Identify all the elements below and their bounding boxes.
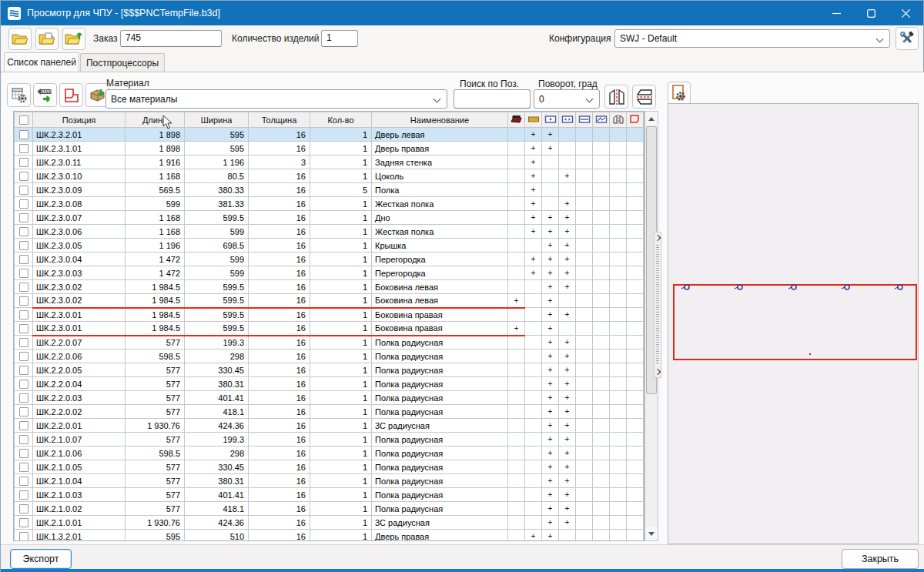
row-checkbox[interactable] [19,213,28,222]
table-row[interactable]: ШК.1.3.2.01595510161Дверь правая++ [15,530,644,542]
table-row[interactable]: ШК.2.3.0.051 196698.5161Крышка++ [15,239,644,253]
flip-horizontal-button[interactable] [604,85,628,109]
tab-panel-list[interactable]: Список панелей [4,52,79,72]
table-row[interactable]: ШК.2.3.0.021 984.5599.5161Боковина левая… [15,280,644,294]
column-header-position[interactable]: Позиция [33,112,126,128]
table-row[interactable]: ШК.2.1.0.05577330.45161Полка радиусная++ [15,460,644,474]
table-row[interactable]: ШК.2.3.0.061 168599161Жесткая полка+++ [15,225,644,239]
row-checkbox[interactable] [19,463,28,472]
row-checkbox[interactable] [19,421,28,430]
rotation-select[interactable]: 0 [534,89,600,109]
column-header-drill[interactable] [542,112,559,128]
column-header-lines[interactable] [576,112,593,128]
table-row[interactable]: ШК.2.2.0.02577418.1161Полка радиусная++ [15,405,644,419]
table-row[interactable]: ШК.2.1.0.04577380.31161Полка радиусная++ [15,474,644,488]
open-file-button[interactable] [8,28,32,50]
row-checkbox[interactable] [19,352,28,361]
table-row[interactable]: ШК.2.2.0.06598.5298161Полка радиусная++ [15,350,644,363]
table-row[interactable]: ШК.2.2.0.03577401.41161Полка радиусная++ [15,391,644,405]
row-checkbox[interactable] [19,310,28,319]
flip-vertical-button[interactable] [632,85,656,109]
row-checkbox[interactable] [19,144,28,153]
settings-tools-button[interactable] [896,27,919,50]
column-header-name[interactable]: Наименование [372,112,508,128]
minimize-button[interactable] [819,1,854,25]
column-header-mirror[interactable] [610,112,627,128]
row-checkbox[interactable] [19,241,28,250]
table-row[interactable]: ШК.2.1.0.011 930.76424.361613С радиусная… [15,516,644,530]
export-button[interactable]: Экспорт [10,549,72,569]
table-row[interactable]: ШК.2.1.0.03577401.41161Полка радиусная++ [15,488,644,502]
table-row[interactable]: ШК.2.3.0.101 16880.5161Цоколь++ [15,169,644,183]
configuration-select[interactable]: SWJ - Default [614,29,890,48]
row-checkbox[interactable] [19,393,28,403]
row-checkbox[interactable] [19,338,28,347]
table-row[interactable]: ШК.2.3.0.071 168599.5161Дно+++ [15,211,644,225]
table-row[interactable]: ШК.2.3.0.031 472599161Перегородка+++ [15,266,644,280]
column-header-edgeband[interactable] [525,112,542,128]
table-row[interactable]: ШК.2.3.1.011 898595161Дверь правая++ [15,142,644,156]
table-row[interactable]: ШК.2.2.0.05577330.45161Полка радиусная++ [15,363,644,377]
row-checkbox[interactable] [19,504,28,513]
order-input[interactable]: 745 [120,30,222,47]
table-row[interactable]: ШК.2.3.0.011 984.5599.5161Боковина права… [15,308,644,322]
table-row[interactable]: ШК.2.3.0.041 472599161Перегородка+++ [15,253,644,266]
preview-settings-button[interactable] [668,82,691,105]
row-checkbox[interactable] [19,255,28,264]
contour-button[interactable] [59,83,83,107]
material-select[interactable]: Все материалы [105,89,447,109]
quantity-input[interactable]: 1 [321,30,358,47]
column-header-thickness[interactable]: Толщина [249,112,310,128]
row-checkbox[interactable] [19,130,28,139]
table-row[interactable]: ШК.2.3.0.09569.5380.33165Полка+ [15,183,644,197]
export-drilling-button[interactable] [33,83,57,107]
row-checkbox[interactable] [19,199,28,209]
column-header-length[interactable]: Длина [126,112,185,128]
table-row[interactable]: ШК.2.2.0.011 930.76424.361613С радиусная… [15,419,644,433]
close-button[interactable] [889,1,923,25]
search-position-input[interactable] [454,89,531,109]
table-row[interactable]: ШК.2.2.0.07577199.3161Полка радиусная++ [15,336,644,350]
row-checkbox[interactable] [19,186,28,195]
row-checkbox[interactable] [19,366,28,375]
table-settings-button[interactable] [7,83,31,107]
column-header-width[interactable]: Ширина [185,112,249,128]
table-row[interactable]: ШК.2.1.0.02577418.1161Полка радиусная++ [15,502,644,516]
row-checkbox[interactable] [19,407,28,416]
table-row[interactable]: ШК.2.3.0.111 9161 19631Задняя стенка+ [15,156,644,169]
maximize-button[interactable] [854,1,889,25]
row-checkbox[interactable] [19,158,28,167]
row-checkbox[interactable] [19,380,28,389]
table-row[interactable]: ШК.2.3.2.011 898595161Дверь левая++ [15,128,644,142]
column-header-qty[interactable]: Кол-во [310,112,372,128]
row-checkbox[interactable] [19,490,28,500]
table-row[interactable]: ШК.2.3.0.021 984.5599.5161Боковина левая… [15,294,644,308]
select-all-checkbox[interactable] [19,115,28,125]
row-checkbox[interactable] [19,435,28,444]
row-checkbox[interactable] [19,296,28,306]
scroll-down-button[interactable] [645,527,658,540]
table-row[interactable]: ШК.2.1.0.07577199.3161Полка радиусная++ [15,433,644,447]
column-header-groove[interactable] [559,112,576,128]
select-all-header[interactable] [15,112,33,128]
table-row[interactable]: ШК.2.3.0.08599381.33161Жесткая полка++ [15,197,644,211]
table-row[interactable]: ШК.2.3.0.011 984.5599.5161Боковина права… [15,322,644,336]
import-file-button[interactable] [62,28,85,50]
column-header-saw[interactable] [508,112,525,128]
column-header-contour[interactable] [627,112,644,128]
column-header-millcurve[interactable] [593,112,610,128]
open-add-file-button[interactable] [35,28,59,50]
row-checkbox[interactable] [19,449,28,458]
panel-splitter[interactable] [654,232,661,378]
row-checkbox[interactable] [19,477,28,486]
table-row[interactable]: ШК.2.2.0.04577380.31161Полка радиусная++ [15,377,644,391]
row-checkbox[interactable] [19,518,28,527]
row-checkbox[interactable] [19,532,28,541]
close-dialog-button[interactable]: Закрыть [842,549,919,569]
tab-postprocessors[interactable]: Постпроцессоры [80,53,165,72]
row-checkbox[interactable] [19,283,28,292]
row-checkbox[interactable] [19,172,28,181]
row-checkbox[interactable] [19,227,28,236]
row-checkbox[interactable] [19,269,28,278]
table-row[interactable]: ШК.2.1.0.06598.5298161Полка радиусная++ [15,447,644,460]
